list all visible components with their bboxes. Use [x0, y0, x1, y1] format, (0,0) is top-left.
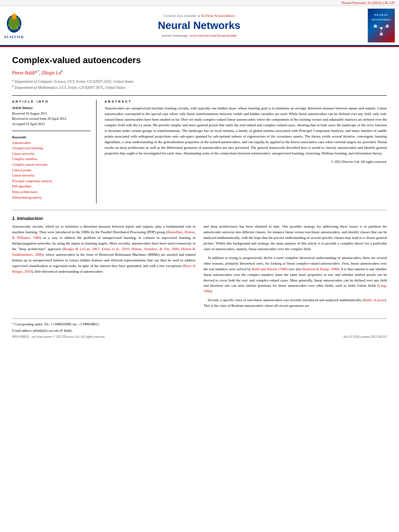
footnote-star: * Corresponding author. Tel.: +1 9498245…: [12, 322, 387, 327]
article-history-subsection: Article history: Received 18 August 2011…: [12, 106, 90, 126]
author-zhiqin-lu[interactable]: Zhiqin Lu: [41, 70, 61, 76]
intro-right-para-3: Second, a specific class of non-linear a…: [204, 298, 387, 309]
keyword-unsupervised: Unsupervised learning: [12, 146, 90, 151]
authors-line: Pierre Baldia,*, Zhiqin Lub: [12, 70, 387, 76]
intro-two-col: Autoencoder circuits, which try to minim…: [12, 224, 387, 312]
author-lu-sup: b: [61, 70, 63, 73]
history-label: Article history:: [12, 106, 90, 110]
keyword-deep: Deep architectures: [12, 189, 90, 195]
ref-roux-bengio[interactable]: Roux & Bengio, 2010: [12, 264, 195, 273]
journal-center: Contents lists available at SciVerse Sci…: [31, 14, 368, 37]
ref-rumelhart[interactable]: Rumelhart, Hinton, & Williams, 1986: [12, 230, 195, 240]
ref-hinton-osindero[interactable]: Hinton, Osindero, & Teh, 2006: [132, 247, 179, 251]
journal-title: Neural Networks: [31, 19, 368, 32]
copyright-notice: © 2012 Elsevier Ltd. All rights reserved…: [105, 160, 387, 164]
article-title: Complex-valued autoencoders: [12, 55, 387, 66]
ref-erhan[interactable]: Erhan et al., 2010: [102, 247, 129, 251]
intro-right-para-2: In addition to trying to progressively d…: [204, 255, 387, 295]
cover-line-1: NEURAL: [371, 13, 391, 17]
article-info-header: ARTICLE INFO: [12, 100, 90, 103]
svg-point-3: [12, 13, 16, 20]
cover-graphic-icon: [371, 22, 391, 38]
elsevier-logo: ELSEVIER: [4, 12, 24, 39]
journal-homepage: journal homepage: www.elsevier.com/locat…: [31, 33, 368, 37]
elsevier-brand-text: ELSEVIER: [4, 35, 24, 39]
doi-text: doi:10.1016/j.neunet.2012.04.011: [343, 335, 387, 339]
intro-right-para-1: and deep architectures has been obtained…: [204, 224, 387, 252]
author-pierre-baldi[interactable]: Pierre Baldi: [12, 70, 35, 76]
keyword-diffgeo: Differential geometry: [12, 195, 90, 201]
ref-lang[interactable]: Lang, 1984: [204, 283, 387, 293]
page-footer: * Corresponding author. Tel.: +1 9498245…: [12, 318, 387, 339]
keyword-critical-points: Critical points: [12, 168, 90, 173]
intro-col-left: Autoencoder circuits, which try to minim…: [12, 224, 195, 312]
sciverse-prefix: Contents lists available at: [163, 14, 201, 18]
journal-ref-text: Neural Networks 33 (2012) 136–147: [341, 1, 395, 5]
sciverse-line: Contents lists available at SciVerse Sci…: [31, 14, 368, 18]
keyword-complex-neural: Complex neural networks: [12, 162, 90, 168]
homepage-link[interactable]: www.elsevier.com/locate/neunet: [189, 33, 237, 37]
journal-header: Neural Networks 33 (2012) 136–147 ELSEVI…: [0, 0, 399, 47]
sciverse-link[interactable]: SciVerse ScienceDirect: [201, 14, 235, 18]
keyword-em: EM algorithm: [12, 184, 90, 189]
footnote-email-text: E-mail address: pfbaldi@ics.uci.edu (P. …: [12, 329, 72, 333]
footnote-star-text: * Corresponding author. Tel.: +1 9498245…: [12, 322, 99, 326]
cover-line-2: NETWORKS: [371, 18, 391, 22]
abstract-header: ABSTRACT: [105, 100, 387, 103]
revised-date: Received in revised form 20 April 2012: [12, 116, 90, 121]
elsevier-tree-icon: [4, 12, 24, 35]
keyword-linear-networks-2: Linear networks: [12, 173, 90, 179]
footnote-email: E-mail address: pfbaldi@ics.uci.edu (P. …: [12, 329, 387, 333]
homepage-prefix: journal homepage:: [162, 33, 189, 37]
ref-baldi-hornik[interactable]: Baldi and Hornik (1988): [252, 267, 288, 271]
intro-col-right: and deep architectures has been obtained…: [204, 224, 387, 312]
body-section-intro: 1. Introduction Autoencoder circuits, wh…: [12, 210, 387, 312]
received-date: Received 18 August 2011: [12, 111, 90, 116]
article-info-col: ARTICLE INFO Article history: Received 1…: [12, 100, 97, 203]
abstract-text: Autoencoders are unsupervised machine le…: [105, 106, 387, 156]
info-divider: [12, 131, 90, 131]
keywords-subsection: Keywords: Autoencoders Unsupervised lear…: [12, 135, 90, 201]
journal-cover-image: NEURAL NETWORKS: [368, 8, 395, 43]
journal-ref-bar: Neural Networks 33 (2012) 136–147: [0, 0, 399, 6]
svg-rect-4: [13, 19, 15, 21]
intro-left-para: Autoencoder circuits, which try to minim…: [12, 224, 195, 274]
header-divider: [12, 95, 387, 96]
keywords-list: Autoencoders Unsupervised learning Linea…: [12, 140, 90, 201]
ref-baldi-in-press[interactable]: Baldi, in press: [364, 298, 385, 302]
keyword-pca: Principal component analysis: [12, 179, 90, 184]
keyword-linear-networks: Linear networks: [12, 151, 90, 157]
intro-section-title: 1. Introduction: [12, 216, 387, 221]
affiliation-b: b Department of Mathematics, UCI, Irvine…: [12, 84, 387, 90]
accepted-date: Accepted 22 April 2012: [12, 121, 90, 127]
footer-bottom: 0893-6080/$ – see front matter © 2012 El…: [12, 335, 387, 339]
journal-banner: ELSEVIER Contents lists available at Sci…: [0, 6, 399, 46]
author-baldi-sup: a,*: [35, 70, 39, 73]
keywords-label: Keywords:: [12, 135, 90, 139]
affiliations: a Department of Computer Science, UCI, I…: [12, 78, 387, 90]
article-info-abstract-section: ARTICLE INFO Article history: Received 1…: [12, 100, 387, 203]
keyword-autoencoders: Autoencoders: [12, 140, 90, 146]
keyword-complex-numbers: Complex numbers: [12, 156, 90, 162]
affiliation-a: a Department of Computer Science, UCI, I…: [12, 78, 387, 84]
issn-text: 0893-6080/$ – see front matter © 2012 El…: [12, 335, 105, 339]
main-content: Complex-valued autoencoders Pierre Baldi…: [0, 47, 399, 347]
abstract-col: ABSTRACT Autoencoders are unsupervised m…: [105, 100, 387, 203]
ref-bourlard-kamp[interactable]: Bourlard & Kamp, 1988: [302, 267, 338, 271]
ref-bengio-lecun[interactable]: Bengio & LeCun, 2007: [64, 247, 99, 251]
